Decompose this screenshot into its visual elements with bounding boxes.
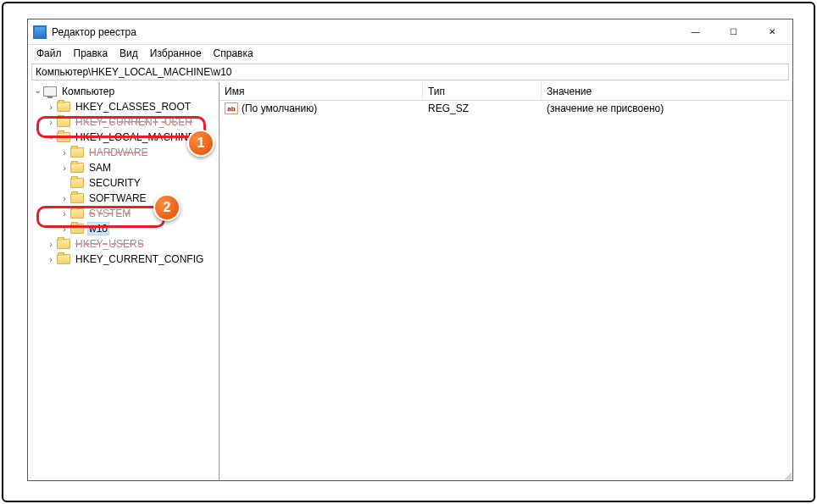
folder-icon (57, 239, 70, 249)
col-header-value[interactable]: Значение (542, 82, 792, 100)
folder-icon (57, 117, 70, 127)
tree-item-w10[interactable]: w10 (28, 221, 219, 236)
chevron-right-icon[interactable] (45, 254, 57, 264)
chevron-right-icon[interactable] (58, 147, 70, 158)
folder-icon (70, 178, 84, 188)
col-header-type[interactable]: Тип (423, 82, 542, 100)
folder-icon (70, 163, 84, 173)
folder-icon (70, 147, 84, 158)
tree-item-software[interactable]: SOFTWARE (28, 191, 219, 206)
col-header-name[interactable]: Имя (220, 82, 423, 100)
menu-help[interactable]: Справка (208, 46, 258, 61)
tree-label: HARDWARE (87, 147, 150, 158)
string-value-icon: ab (225, 102, 238, 114)
annotation-badge-2: 2 (153, 194, 181, 221)
tree-label: HKEY_CURRENT_CONFIG (74, 253, 205, 265)
tree-label: HKEY_CLASSES_ROOT (74, 101, 192, 113)
chevron-down-icon[interactable] (45, 132, 57, 143)
tree-item-hkey-users[interactable]: HKEY_USERS (28, 236, 219, 252)
folder-icon (70, 224, 84, 234)
tree-label: Компьютер (60, 86, 116, 97)
list-header: Имя Тип Значение (220, 82, 792, 101)
chevron-right-icon[interactable] (45, 102, 57, 112)
menu-view[interactable]: Вид (114, 46, 143, 61)
tree-item-hkey-current-config[interactable]: HKEY_CURRENT_CONFIG (28, 252, 219, 267)
close-button[interactable]: ✕ (753, 20, 791, 44)
minimize-button[interactable]: — (676, 20, 714, 44)
list-pane: Имя Тип Значение ab (По умолчанию) REG_S… (220, 82, 792, 480)
maximize-button[interactable]: ☐ (714, 20, 753, 44)
menu-edit[interactable]: Правка (69, 46, 114, 61)
annotation-badge-1: 1 (187, 130, 214, 157)
chevron-down-icon[interactable] (31, 86, 43, 97)
regedit-icon (33, 25, 47, 39)
screenshot-frame: Редактор реестра — ☐ ✕ Файл Правка Вид И… (2, 2, 815, 502)
chevron-right-icon[interactable] (58, 193, 70, 203)
window-controls: — ☐ ✕ (676, 20, 791, 44)
tree-label: SECURITY (87, 177, 142, 189)
tree-label: w10 (87, 222, 109, 235)
tree-item-sam[interactable]: SAM (28, 160, 219, 175)
regedit-window: Редактор реестра — ☐ ✕ Файл Правка Вид И… (27, 19, 793, 481)
menu-file[interactable]: Файл (31, 46, 67, 61)
folder-icon (57, 132, 70, 142)
folder-icon (70, 208, 84, 219)
tree-label: HKEY_USERS (74, 238, 146, 250)
cell-name: ab (По умолчанию) (221, 102, 425, 114)
tree-label: SAM (87, 162, 113, 174)
list-row[interactable]: ab (По умолчанию) REG_SZ (значение не пр… (220, 101, 792, 116)
tree-item-hkey-classes-root[interactable]: HKEY_CLASSES_ROOT (28, 99, 219, 114)
chevron-right-icon[interactable] (58, 163, 70, 173)
tree-label: HKEY_CURRENT_USER (74, 116, 194, 128)
tree-root-computer[interactable]: Компьютер (28, 84, 219, 99)
tree-item-hkey-current-user[interactable]: HKEY_CURRENT_USER (28, 114, 219, 130)
folder-icon (57, 102, 70, 112)
menubar: Файл Правка Вид Избранное Справка (28, 45, 792, 62)
resize-grip-icon[interactable] (780, 468, 792, 479)
value-name: (По умолчанию) (242, 102, 317, 114)
tree-pane[interactable]: Компьютер HKEY_CLASSES_ROOTHKEY_CURRENT_… (28, 82, 220, 480)
tree-label: HKEY_LOCAL_MACHINE (74, 131, 197, 143)
menu-favorites[interactable]: Избранное (145, 46, 207, 61)
address-bar[interactable]: Компьютер\HKEY_LOCAL_MACHINE\w10 (31, 64, 789, 80)
folder-icon (70, 193, 84, 203)
computer-icon (43, 86, 57, 97)
titlebar[interactable]: Редактор реестра — ☐ ✕ (28, 19, 792, 45)
cell-type: REG_SZ (425, 102, 543, 114)
chevron-right-icon[interactable] (58, 224, 70, 234)
cell-value: (значение не присвоено) (543, 102, 791, 114)
tree-item-system[interactable]: SYSTEM (28, 206, 219, 221)
tree-label: SOFTWARE (87, 192, 148, 204)
content-area: Компьютер HKEY_CLASSES_ROOTHKEY_CURRENT_… (28, 82, 792, 480)
chevron-right-icon[interactable] (58, 208, 70, 219)
tree-item-security[interactable]: SECURITY (28, 175, 219, 191)
window-title: Редактор реестра (52, 26, 676, 38)
chevron-right-icon[interactable] (45, 117, 57, 127)
folder-icon (57, 254, 70, 264)
tree-label: SYSTEM (87, 208, 132, 219)
address-text: Компьютер\HKEY_LOCAL_MACHINE\w10 (36, 66, 232, 78)
list-body[interactable]: ab (По умолчанию) REG_SZ (значение не пр… (220, 101, 792, 480)
chevron-right-icon[interactable] (45, 239, 57, 249)
